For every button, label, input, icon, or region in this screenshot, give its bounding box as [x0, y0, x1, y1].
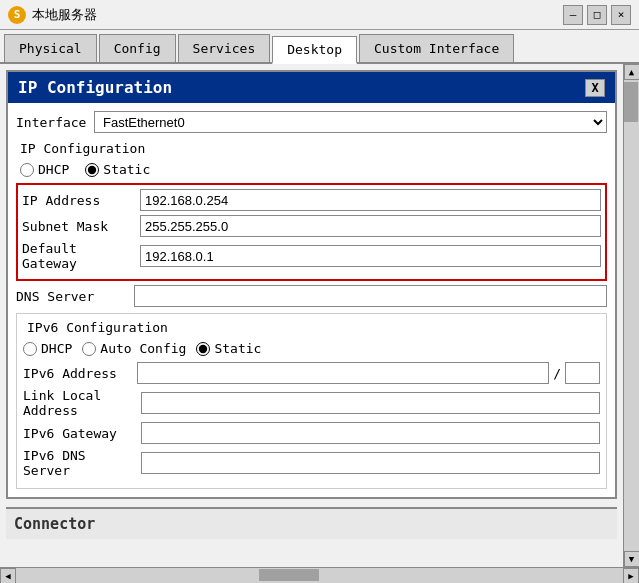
tab-custom-interface[interactable]: Custom Interface — [359, 34, 514, 62]
ipv6-static-label: Static — [214, 341, 261, 356]
ipv6-dhcp-label: DHCP — [41, 341, 72, 356]
interface-select[interactable]: FastEthernet0 — [94, 111, 607, 133]
horizontal-scrollbar[interactable]: ◀ ▶ — [0, 567, 639, 583]
ipv6-section: IPv6 Configuration DHCP Auto Config — [16, 313, 607, 489]
tab-desktop[interactable]: Desktop — [272, 36, 357, 64]
ip-config-dialog: IP Configuration X Interface FastEtherne… — [6, 70, 617, 499]
ipv6-section-label: IPv6 Configuration — [27, 320, 600, 335]
app-icon: S — [8, 6, 26, 24]
dns-server-input[interactable] — [134, 285, 607, 307]
ipv6-dns-row: IPv6 DNS Server — [23, 448, 600, 478]
subnet-mask-row: Subnet Mask — [22, 215, 601, 237]
connector-label: Connector — [14, 515, 95, 533]
scroll-left-arrow[interactable]: ◀ — [0, 568, 16, 584]
default-gateway-label: Default Gateway — [22, 241, 132, 271]
ipv6-address-input[interactable] — [137, 362, 549, 384]
ip-address-row: IP Address — [22, 189, 601, 211]
inner-area: IP Configuration X Interface FastEtherne… — [0, 64, 639, 567]
scroll-thumb[interactable] — [624, 82, 638, 122]
ip-address-label: IP Address — [22, 193, 132, 208]
subnet-mask-label: Subnet Mask — [22, 219, 132, 234]
maximize-button[interactable]: □ — [587, 5, 607, 25]
subnet-mask-input[interactable] — [140, 215, 601, 237]
slash-separator: / — [553, 366, 561, 381]
ipv6-gateway-label: IPv6 Gateway — [23, 426, 133, 441]
dns-server-label: DNS Server — [16, 289, 126, 304]
static-label: Static — [103, 162, 150, 177]
dhcp-label: DHCP — [38, 162, 69, 177]
ip-config-body: Interface FastEthernet0 IP Configuration… — [8, 103, 615, 497]
default-gateway-input[interactable] — [140, 245, 601, 267]
scroll-thumb-area — [624, 80, 639, 551]
vertical-scrollbar[interactable]: ▲ ▼ — [623, 64, 639, 567]
ipv6-gateway-input[interactable] — [141, 422, 600, 444]
interface-label: Interface — [16, 115, 86, 130]
scroll-h-track — [16, 568, 623, 583]
scroll-content: IP Configuration X Interface FastEtherne… — [0, 64, 623, 567]
tab-bar: Physical Config Services Desktop Custom … — [0, 30, 639, 64]
default-gateway-row: Default Gateway — [22, 241, 601, 271]
dhcp-radio[interactable] — [20, 163, 34, 177]
ipv6-autoconfig-item: Auto Config — [82, 341, 186, 356]
ipv6-gateway-row: IPv6 Gateway — [23, 422, 600, 444]
ipv6-static-radio[interactable] — [196, 342, 210, 356]
interface-row: Interface FastEthernet0 — [16, 111, 607, 133]
ipv6-dns-label: IPv6 DNS Server — [23, 448, 133, 478]
link-local-input[interactable] — [141, 392, 600, 414]
ip-address-input[interactable] — [140, 189, 601, 211]
tab-services[interactable]: Services — [178, 34, 271, 62]
scroll-right-arrow[interactable]: ▶ — [623, 568, 639, 584]
link-local-row: Link Local Address — [23, 388, 600, 418]
scroll-down-arrow[interactable]: ▼ — [624, 551, 640, 567]
ipv6-prefix-input[interactable] — [565, 362, 600, 384]
minimize-button[interactable]: — — [563, 5, 583, 25]
main-content: IP Configuration X Interface FastEtherne… — [0, 64, 639, 583]
highlighted-fields-box: IP Address Subnet Mask Default Gateway — [16, 183, 607, 281]
ipv6-autoconfig-radio[interactable] — [82, 342, 96, 356]
static-radio[interactable] — [85, 163, 99, 177]
ipv6-dns-input[interactable] — [141, 452, 600, 474]
link-local-label: Link Local Address — [23, 388, 133, 418]
connector-section: Connector — [6, 507, 617, 539]
close-button[interactable]: × — [611, 5, 631, 25]
ipv6-dhcp-item: DHCP — [23, 341, 72, 356]
ipv6-static-item: Static — [196, 341, 261, 356]
static-radio-item: Static — [85, 162, 150, 177]
ip-config-close-button[interactable]: X — [585, 79, 605, 97]
ipv6-radio-row: DHCP Auto Config Static — [23, 341, 600, 356]
ipv4-radio-row: DHCP Static — [20, 162, 607, 177]
dns-server-row: DNS Server — [16, 285, 607, 307]
title-bar-left: S 本地服务器 — [8, 6, 97, 24]
ip-config-header: IP Configuration X — [8, 72, 615, 103]
window-title: 本地服务器 — [32, 6, 97, 24]
scroll-h-thumb[interactable] — [259, 569, 319, 581]
ip-config-title: IP Configuration — [18, 78, 172, 97]
ipv6-address-row: IPv6 Address / — [23, 362, 600, 384]
window-controls: — □ × — [563, 5, 631, 25]
ipv6-dhcp-radio[interactable] — [23, 342, 37, 356]
title-bar: S 本地服务器 — □ × — [0, 0, 639, 30]
ipv6-address-label: IPv6 Address — [23, 366, 133, 381]
tab-physical[interactable]: Physical — [4, 34, 97, 62]
ipv4-section-label: IP Configuration — [20, 141, 607, 156]
ipv6-autoconfig-label: Auto Config — [100, 341, 186, 356]
dhcp-radio-item: DHCP — [20, 162, 69, 177]
tab-config[interactable]: Config — [99, 34, 176, 62]
scroll-up-arrow[interactable]: ▲ — [624, 64, 640, 80]
